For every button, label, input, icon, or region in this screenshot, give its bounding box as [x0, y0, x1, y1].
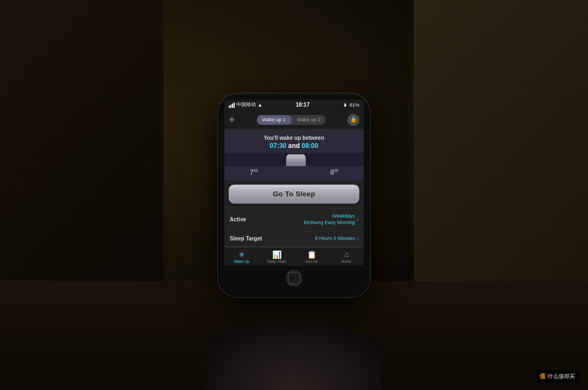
- lock-symbol: 🔒: [350, 116, 357, 122]
- signal-bar-2: [230, 104, 231, 108]
- phone-wrapper: 中国移动 ▲ 18:17 🌢 61% ✳ Wake up 1 Wake up 2…: [218, 93, 370, 297]
- tab-journal-label: Journal: [305, 259, 318, 263]
- status-left: 中国移动 ▲: [229, 101, 262, 108]
- tab-music[interactable]: ♫ Music: [329, 247, 364, 265]
- signal-bar-4: [234, 102, 235, 108]
- active-row[interactable]: Active Weekdays Birdsong Early Morning ›: [224, 208, 364, 231]
- sleep-target-row[interactable]: Sleep Target 8 Hours 0 Minutes ›: [224, 231, 364, 246]
- status-time: 18:17: [296, 102, 310, 108]
- battery-icon: 🌢: [343, 102, 348, 108]
- signal-bar-3: [232, 103, 233, 108]
- wifi-icon: ▲: [258, 102, 262, 108]
- signal-bars: [229, 102, 235, 108]
- active-value: Weekdays Birdsong Early Morning ›: [304, 213, 358, 226]
- ruler-track: [224, 153, 364, 166]
- ruler-hours: 700 800: [224, 166, 364, 178]
- phone-dock: [207, 325, 381, 390]
- top-nav: ✳ Wake up 1 Wake up 2 🔒: [224, 110, 364, 129]
- tab-journal[interactable]: 📋 Journal: [294, 247, 329, 265]
- hour-label-8: 800: [330, 168, 338, 176]
- sleep-target-value: 8 Hours 0 Minutes ›: [315, 236, 358, 242]
- hour-label-7: 700: [249, 168, 258, 176]
- wake-time-1: 07:30: [270, 142, 286, 150]
- signal-bar-1: [229, 106, 230, 108]
- sleep-button-section: Go To Sleep: [224, 180, 364, 208]
- wake-time-and: and: [288, 142, 302, 150]
- go-to-sleep-button[interactable]: Go To Sleep: [229, 184, 359, 203]
- active-value-line1: Weekdays: [304, 213, 355, 220]
- wake-up-2-tab[interactable]: Wake up 2: [292, 115, 326, 125]
- home-button[interactable]: [286, 270, 302, 286]
- lock-icon[interactable]: 🔒: [347, 114, 359, 126]
- wake-up-1-tab[interactable]: Wake up 1: [257, 115, 291, 125]
- tab-wake-up-label: Wake Up: [234, 259, 250, 263]
- wake-time-2: 08:00: [302, 142, 318, 150]
- tab-wake-up[interactable]: ✳ Wake Up: [224, 247, 259, 265]
- tab-bar: ✳ Wake Up 📊 Sleep Stats 📋 Journal ♫ Musi…: [224, 246, 364, 265]
- tab-sleep-stats-label: Sleep Stats: [267, 259, 286, 263]
- music-icon: ♫: [344, 250, 350, 259]
- journal-icon: 📋: [307, 250, 316, 259]
- slider-handle[interactable]: [286, 154, 306, 166]
- sleep-target-chevron: ›: [357, 236, 358, 242]
- wake-tab-group: Wake up 1 Wake up 2: [257, 115, 326, 125]
- sun-icon[interactable]: ✳: [229, 115, 235, 124]
- wake-label: You'll wake up between: [229, 135, 359, 141]
- active-value-line2: Birdsong Early Morning: [304, 220, 355, 227]
- phone: 中国移动 ▲ 18:17 🌢 61% ✳ Wake up 1 Wake up 2…: [218, 93, 370, 297]
- wake-time-display: 07:30 and 08:00: [229, 142, 359, 150]
- sleep-target-text: 8 Hours 0 Minutes: [315, 236, 355, 242]
- sleep-target-label: Sleep Target: [230, 236, 262, 242]
- active-label: Active: [230, 216, 246, 222]
- watermark: 值 什么值得买: [535, 370, 579, 382]
- tab-sleep-stats[interactable]: 📊 Sleep Stats: [259, 247, 294, 265]
- status-bar: 中国移动 ▲ 18:17 🌢 61%: [224, 100, 364, 110]
- phone-screen: 中国移动 ▲ 18:17 🌢 61% ✳ Wake up 1 Wake up 2…: [224, 100, 364, 265]
- status-right: 🌢 61%: [343, 102, 359, 108]
- watermark-text: 什么值得买: [548, 373, 575, 380]
- active-value-text: Weekdays Birdsong Early Morning: [304, 213, 355, 226]
- battery-level: 61%: [350, 102, 359, 108]
- active-chevron: ›: [357, 216, 358, 222]
- watermark-logo: 值: [540, 372, 546, 380]
- settings-section: Active Weekdays Birdsong Early Morning ›…: [224, 208, 364, 246]
- home-button-inner: [288, 272, 300, 284]
- wake-up-icon: ✳: [238, 250, 245, 259]
- ruler-section[interactable]: 700 800: [224, 153, 364, 180]
- wake-time-section: You'll wake up between 07:30 and 08:00: [224, 129, 364, 153]
- carrier-label: 中国移动: [236, 101, 256, 108]
- tab-music-label: Music: [341, 259, 351, 263]
- sleep-stats-icon: 📊: [272, 250, 281, 259]
